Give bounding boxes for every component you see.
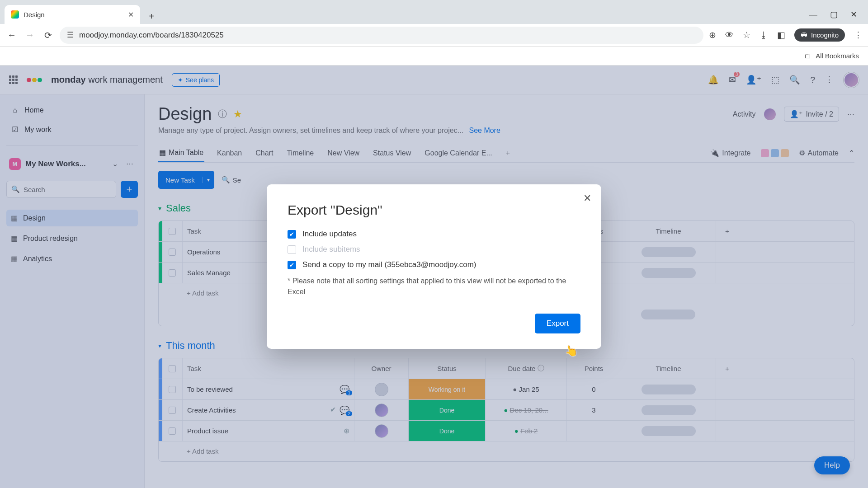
export-button[interactable]: Export [535,314,580,333]
option-include-updates[interactable]: ✔ Include updates [288,230,580,239]
download-icon[interactable]: ⭳ [760,30,768,40]
modal-note: * Please note that all sorting settings … [288,276,580,297]
option-send-mail-copy[interactable]: ✔ Send a copy to my mail (355ebca3@moodj… [288,260,580,269]
minimize-icon[interactable]: — [809,10,817,19]
window-controls: — ▢ ✕ [809,5,863,24]
tab-close-icon[interactable]: ✕ [128,10,134,19]
checkbox-checked-icon[interactable]: ✔ [288,230,296,239]
eye-off-icon[interactable]: 👁 [725,30,734,40]
browser-toolbar: ← → ⟳ ☰ moodjoy.monday.com/boards/183042… [0,24,868,47]
tab-title: Design [24,11,123,19]
maximize-icon[interactable]: ▢ [830,9,838,19]
bookmark-star-icon[interactable]: ☆ [743,30,750,40]
incognito-icon: 🕶 [801,31,807,39]
folder-icon: 🗀 [804,52,811,60]
incognito-badge[interactable]: 🕶 Incognito [794,28,845,42]
close-window-icon[interactable]: ✕ [850,9,857,19]
checkbox-unchecked-icon [288,245,296,254]
option-include-subitems: Include subitems [288,245,580,254]
forward-icon[interactable]: → [24,30,36,40]
tab-favicon [11,10,19,19]
browser-tab[interactable]: Design ✕ [5,5,140,24]
new-tab-button[interactable]: + [144,9,159,24]
site-settings-icon[interactable]: ☰ [67,30,74,40]
zoom-icon[interactable]: ⊕ [709,30,716,40]
modal-title: Export "Design" [288,202,580,218]
checkbox-checked-icon[interactable]: ✔ [288,261,296,269]
all-bookmarks-link[interactable]: All Bookmarks [816,52,859,60]
back-icon[interactable]: ← [5,30,18,40]
reload-icon[interactable]: ⟳ [42,30,54,41]
export-modal: ✕ Export "Design" ✔ Include updates Incl… [267,184,601,349]
url-bar[interactable]: ☰ moodjoy.monday.com/boards/1830420525 [60,27,703,44]
url-text: moodjoy.monday.com/boards/1830420525 [79,31,224,40]
bookmarks-bar: 🗀 All Bookmarks [0,47,868,66]
browser-tabstrip: Design ✕ + — ▢ ✕ [0,0,868,24]
browser-menu-icon[interactable]: ⋮ [854,30,863,40]
modal-close-button[interactable]: ✕ [583,192,591,204]
incognito-label: Incognito [811,31,839,39]
sidepanel-icon[interactable]: ◧ [777,30,785,40]
